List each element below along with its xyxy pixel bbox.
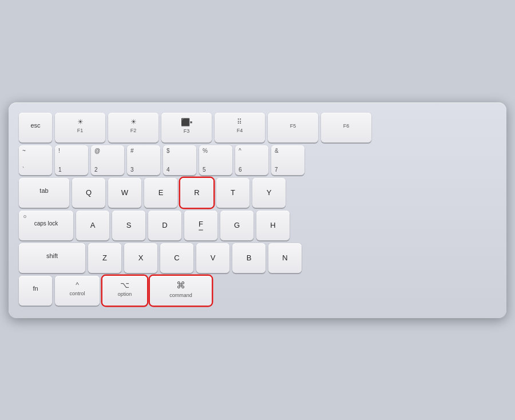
key-h[interactable]: H — [256, 211, 290, 240]
zxcv-key-row: shift Z X C V B N — [19, 243, 496, 273]
key-a[interactable]: A — [76, 211, 109, 240]
key-g[interactable]: G — [220, 211, 253, 240]
key-tilde[interactable]: ~ ` — [19, 145, 52, 175]
key-q[interactable]: Q — [72, 178, 105, 208]
key-b[interactable]: B — [232, 243, 266, 273]
key-t[interactable]: T — [216, 178, 249, 208]
key-f2[interactable]: ☀ F2 — [108, 113, 159, 142]
key-4[interactable]: $ 4 — [163, 145, 196, 175]
key-f6[interactable]: F6 — [321, 113, 371, 142]
fn-key-row: esc ☀ F1 ☀ F2 ⬛▪ F3 ⠿ F4 — [19, 113, 496, 142]
key-control[interactable]: ^ control — [55, 276, 100, 306]
key-tab[interactable]: tab — [19, 178, 69, 208]
key-r[interactable]: R — [180, 178, 213, 208]
key-option[interactable]: ⌥ option — [102, 276, 147, 306]
key-5[interactable]: % 5 — [199, 145, 232, 175]
number-key-row: ~ ` ! 1 @ 2 # 3 $ 4 — [19, 145, 496, 175]
keyboard: esc ☀ F1 ☀ F2 ⬛▪ F3 ⠿ F4 — [9, 102, 506, 318]
key-esc[interactable]: esc — [19, 113, 52, 142]
key-capslock[interactable]: caps lock — [19, 211, 73, 240]
key-d[interactable]: D — [148, 211, 181, 240]
capslock-indicator — [23, 215, 26, 218]
asdf-key-row: caps lock A S D F G H — [19, 211, 496, 240]
key-6[interactable]: ^ 6 — [235, 145, 268, 175]
qwerty-key-row: tab Q W E R T Y — [19, 178, 496, 208]
key-v[interactable]: V — [196, 243, 229, 273]
key-f5[interactable]: F5 — [268, 113, 318, 142]
key-x[interactable]: X — [124, 243, 157, 273]
key-f3[interactable]: ⬛▪ F3 — [161, 113, 212, 142]
key-w[interactable]: W — [108, 178, 141, 208]
bottom-key-row: fn ^ control ⌥ option ⌘ command — [19, 276, 496, 306]
key-f1[interactable]: ☀ F1 — [55, 113, 105, 142]
key-fn[interactable]: fn — [19, 276, 52, 306]
key-y[interactable]: Y — [252, 178, 286, 208]
key-e[interactable]: E — [144, 178, 177, 208]
key-1[interactable]: ! 1 — [55, 145, 88, 175]
f-key-bump — [199, 229, 203, 231]
key-3[interactable]: # 3 — [127, 145, 160, 175]
key-7[interactable]: & 7 — [271, 145, 304, 175]
key-s[interactable]: S — [112, 211, 145, 240]
key-n[interactable]: N — [268, 243, 302, 273]
key-f[interactable]: F — [184, 211, 217, 240]
key-command[interactable]: ⌘ command — [150, 276, 212, 306]
key-shift[interactable]: shift — [19, 243, 85, 273]
key-f4[interactable]: ⠿ F4 — [215, 113, 265, 142]
key-c[interactable]: C — [160, 243, 193, 273]
key-2[interactable]: @ 2 — [91, 145, 124, 175]
key-z[interactable]: Z — [88, 243, 121, 273]
